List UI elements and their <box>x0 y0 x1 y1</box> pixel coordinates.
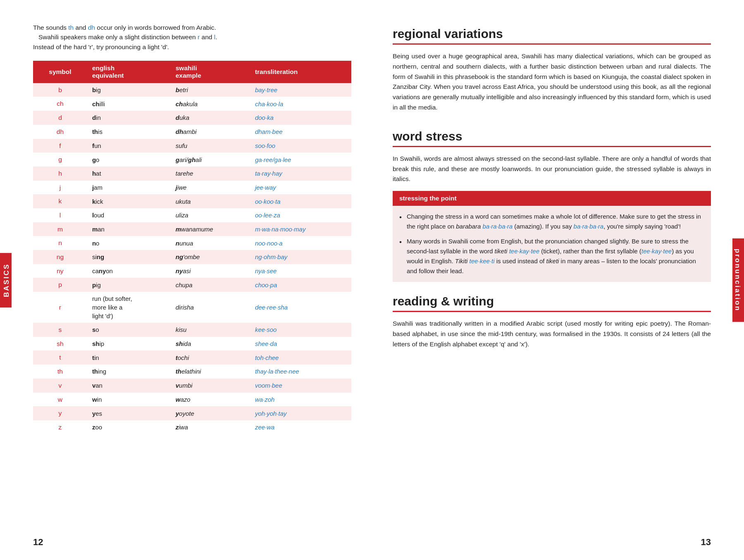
table-row: ffunsufusoo·foo <box>33 139 351 153</box>
cell-swahili: dhambi <box>171 125 250 139</box>
table-row: ssokisukee·soo <box>33 323 351 337</box>
cell-english: zoo <box>87 420 171 434</box>
cell-trans: voom·bee <box>250 379 351 393</box>
table-row: wwinwazowa·zoh <box>33 393 351 407</box>
intro-text: The sounds th and dh occur only in words… <box>33 23 351 52</box>
cell-english: canyon <box>87 264 171 278</box>
pronunciation-table: symbol englishequivalent swahiliexample … <box>33 61 351 434</box>
cell-trans: oo·lee·za <box>250 208 351 222</box>
table-row: vvanvumbivoom·bee <box>33 379 351 393</box>
cell-swahili: jiwe <box>171 181 250 195</box>
cell-swahili: tarehe <box>171 167 250 181</box>
cell-trans: oo·koo·ta <box>250 194 351 208</box>
cell-swahili: sufu <box>171 139 250 153</box>
regional-variations-rule <box>393 43 711 45</box>
regional-variations-body: Being used over a huge geographical area… <box>393 51 711 113</box>
cell-trans: thay·la·thee·nee <box>250 365 351 379</box>
table-row: nycanyonnyasinya·see <box>33 264 351 278</box>
cell-swahili: ukuta <box>171 194 250 208</box>
cell-english: this <box>87 125 171 139</box>
table-row: rrun (but softer,more like alight 'd')di… <box>33 292 351 323</box>
cell-swahili: nunua <box>171 236 250 250</box>
table-row: kkickukutaoo·koo·ta <box>33 194 351 208</box>
word-stress-title: word stress <box>393 129 711 143</box>
table-row: ddindukadoo·ka <box>33 111 351 125</box>
table-row: lloudulizaoo·lee·za <box>33 208 351 222</box>
basics-tab: BASICS <box>0 253 12 307</box>
table-row: ngsingng'ombeng·ohm·bay <box>33 250 351 264</box>
bullet-1: Changing the stress in a word can someti… <box>399 212 704 231</box>
col-swahili: swahiliexample <box>171 61 250 83</box>
cell-swahili: kisu <box>171 323 250 337</box>
cell-swahili: yoyote <box>171 406 250 420</box>
table-row: zzooziwazee·wa <box>33 420 351 434</box>
cell-swahili: thelathini <box>171 365 250 379</box>
cell-english: win <box>87 393 171 407</box>
cell-trans: kee·soo <box>250 323 351 337</box>
cell-english: chilli <box>87 97 171 111</box>
cell-trans: ng·ohm·bay <box>250 250 351 264</box>
table-row: ththingthelathinithay·la·thee·nee <box>33 365 351 379</box>
cell-english: go <box>87 153 171 167</box>
cell-symbol: ny <box>33 264 87 278</box>
cell-english: so <box>87 323 171 337</box>
table-row: bbigbetribay·tree <box>33 83 351 97</box>
highlight-box-header: stressing the point <box>393 191 711 206</box>
table-row: jjamjiwejee·way <box>33 181 351 195</box>
reading-writing-section: reading & writing Swahili was traditiona… <box>393 290 711 362</box>
cell-english: din <box>87 111 171 125</box>
cell-symbol: p <box>33 278 87 292</box>
cell-symbol: w <box>33 393 87 407</box>
cell-swahili: vumbi <box>171 379 250 393</box>
cell-symbol: ng <box>33 250 87 264</box>
cell-english: tin <box>87 350 171 365</box>
cell-swahili: dirisha <box>171 292 250 323</box>
cell-symbol: r <box>33 292 87 323</box>
cell-trans: shee·da <box>250 337 351 351</box>
cell-symbol: d <box>33 111 87 125</box>
regional-variations-title: regional variations <box>393 27 711 41</box>
cell-trans: jee·way <box>250 181 351 195</box>
cell-swahili: ng'ombe <box>171 250 250 264</box>
cell-trans: doo·ka <box>250 111 351 125</box>
cell-trans: m·wa·na·moo·may <box>250 222 351 236</box>
cell-trans: choo·pa <box>250 278 351 292</box>
cell-english: ship <box>87 337 171 351</box>
page-left: BASICS The sounds th and dh occur only i… <box>0 0 372 560</box>
cell-symbol: v <box>33 379 87 393</box>
highlight-th: th <box>68 24 74 31</box>
cell-swahili: tochi <box>171 350 250 365</box>
cell-swahili: nyasi <box>171 264 250 278</box>
table-row: ppigchupachoo·pa <box>33 278 351 292</box>
col-trans: transliteration <box>250 61 351 83</box>
cell-symbol: b <box>33 83 87 97</box>
table-row: chchillichakulacha·koo·la <box>33 97 351 111</box>
cell-swahili: shida <box>171 337 250 351</box>
cell-english: big <box>87 83 171 97</box>
cell-english: fun <box>87 139 171 153</box>
table-row: ggogari/ghaliga·ree/ga·lee <box>33 153 351 167</box>
reading-writing-body: Swahili was traditionally written in a m… <box>393 319 711 349</box>
cell-symbol: dh <box>33 125 87 139</box>
cell-english: run (but softer,more like alight 'd') <box>87 292 171 323</box>
page-right: regional variations Being used over a hu… <box>372 0 744 560</box>
table-row: yyesyoyoteyoh·yoh·tay <box>33 406 351 420</box>
cell-english: thing <box>87 365 171 379</box>
cell-english: yes <box>87 406 171 420</box>
cell-trans: dham·bee <box>250 125 351 139</box>
cell-symbol: n <box>33 236 87 250</box>
highlight-r: r <box>198 33 200 41</box>
regional-variations-section: regional variations Being used over a hu… <box>393 23 711 125</box>
cell-swahili: chupa <box>171 278 250 292</box>
highlight-box-body: Changing the stress in a word can someti… <box>393 206 711 282</box>
cell-trans: nya·see <box>250 264 351 278</box>
cell-swahili: ziwa <box>171 420 250 434</box>
cell-symbol: j <box>33 181 87 195</box>
cell-trans: wa·zoh <box>250 393 351 407</box>
cell-english: pig <box>87 278 171 292</box>
cell-trans: soo·foo <box>250 139 351 153</box>
cell-trans: yoh·yoh·tay <box>250 406 351 420</box>
cell-english: loud <box>87 208 171 222</box>
cell-english: hat <box>87 167 171 181</box>
cell-swahili: mwanamume <box>171 222 250 236</box>
